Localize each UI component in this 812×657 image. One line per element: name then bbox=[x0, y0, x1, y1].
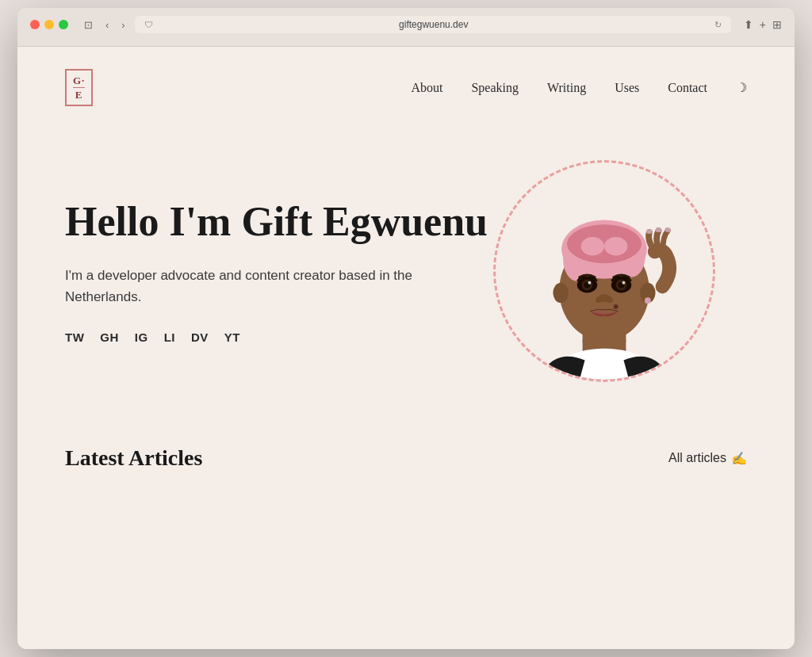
logo-divider bbox=[73, 87, 85, 88]
sidebar-toggle-button[interactable]: ⊡ bbox=[81, 17, 96, 32]
hero-avatar bbox=[493, 160, 715, 382]
all-articles-emoji: ✍️ bbox=[731, 451, 747, 466]
nav-uses[interactable]: Uses bbox=[615, 81, 639, 95]
social-github[interactable]: GH bbox=[100, 330, 119, 344]
nav-writing[interactable]: Writing bbox=[547, 81, 586, 95]
articles-header: Latest Articles All articles ✍️ bbox=[65, 445, 747, 471]
social-instagram[interactable]: IG bbox=[135, 330, 148, 344]
share-button[interactable]: ⬆ bbox=[744, 18, 753, 31]
svg-point-25 bbox=[596, 311, 606, 314]
theme-toggle[interactable]: ☽ bbox=[736, 80, 747, 95]
hero-content: Hello I'm Gift Egwuenu I'm a developer a… bbox=[65, 198, 493, 343]
articles-section: Latest Articles All articles ✍️ bbox=[17, 430, 795, 518]
hero-description: I'm a developer advocate and content cre… bbox=[65, 265, 446, 307]
hero-section: Hello I'm Gift Egwuenu I'm a developer a… bbox=[17, 128, 795, 430]
svg-point-24 bbox=[607, 296, 613, 303]
svg-point-13 bbox=[645, 297, 651, 304]
logo-text-bottom: E bbox=[75, 90, 83, 100]
browser-window: ⊡ ‹ › 🛡 giftegwuenu.dev ↻ ⬆ + ⊞ G· E bbox=[17, 8, 795, 649]
hero-title: Hello I'm Gift Egwuenu bbox=[65, 198, 493, 246]
all-articles-link[interactable]: All articles ✍️ bbox=[668, 451, 747, 466]
social-youtube[interactable]: YT bbox=[224, 330, 240, 344]
svg-point-28 bbox=[656, 227, 662, 232]
avatar-illustration bbox=[496, 160, 713, 382]
browser-actions: ⬆ + ⊞ bbox=[744, 18, 782, 31]
svg-point-10 bbox=[604, 237, 627, 255]
social-twitter[interactable]: TW bbox=[65, 330, 84, 344]
new-tab-button[interactable]: + bbox=[760, 18, 766, 31]
logo-text-top: G· bbox=[73, 75, 85, 86]
tabs-button[interactable]: ⊞ bbox=[772, 18, 782, 31]
logo[interactable]: G· E bbox=[65, 69, 93, 106]
reload-icon: ↻ bbox=[714, 20, 722, 30]
nav-speaking[interactable]: Speaking bbox=[471, 81, 519, 95]
lock-icon: 🛡 bbox=[144, 20, 153, 29]
nav-contact[interactable]: Contact bbox=[668, 81, 707, 95]
url-text: giftegwuenu.dev bbox=[158, 19, 710, 30]
svg-point-17 bbox=[588, 281, 591, 285]
svg-point-8 bbox=[567, 224, 642, 263]
svg-point-26 bbox=[614, 304, 619, 309]
minimize-button[interactable] bbox=[44, 20, 54, 29]
articles-section-title: Latest Articles bbox=[65, 445, 202, 471]
svg-point-21 bbox=[622, 281, 626, 285]
all-articles-label: All articles bbox=[668, 451, 726, 465]
traffic-lights bbox=[30, 20, 68, 29]
svg-point-23 bbox=[596, 296, 602, 303]
forward-button[interactable]: › bbox=[118, 17, 128, 32]
address-bar[interactable]: 🛡 giftegwuenu.dev ↻ bbox=[135, 16, 731, 33]
browser-chrome: ⊡ ‹ › 🛡 giftegwuenu.dev ↻ ⬆ + ⊞ bbox=[17, 8, 795, 47]
social-links: TW GH IG LI DV YT bbox=[65, 330, 493, 344]
back-button[interactable]: ‹ bbox=[102, 17, 112, 32]
nav-links: About Speaking Writing Uses Contact ☽ bbox=[411, 80, 747, 95]
website-content: G· E About Speaking Writing Uses Contact… bbox=[17, 47, 795, 649]
social-linkedin[interactable]: LI bbox=[164, 330, 175, 344]
nav-about[interactable]: About bbox=[411, 81, 442, 95]
avatar-circle bbox=[493, 160, 715, 382]
svg-point-9 bbox=[581, 237, 604, 255]
navigation: G· E About Speaking Writing Uses Contact… bbox=[17, 47, 795, 128]
maximize-button[interactable] bbox=[59, 20, 68, 29]
close-button[interactable] bbox=[30, 20, 40, 29]
social-dev[interactable]: DV bbox=[191, 330, 209, 344]
svg-point-11 bbox=[553, 283, 569, 303]
